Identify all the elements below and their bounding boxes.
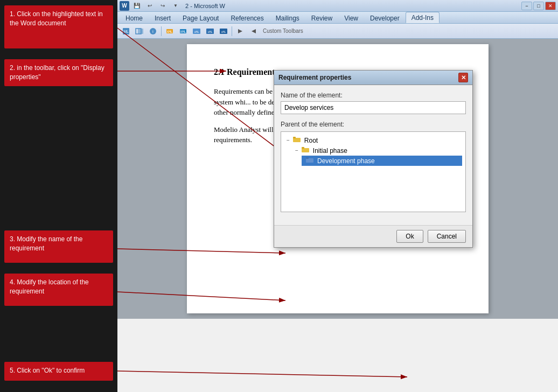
initial-phase-folder-icon: [302, 146, 309, 155]
step5-number: 5.: [10, 367, 15, 374]
requirement-properties-dialog: Requirement properties ✕ Name of the ele…: [274, 70, 473, 248]
step2-text: in the toolbar, click on "Display proper…: [10, 64, 104, 81]
toolbar-btn-8[interactable]: xML: [217, 25, 230, 37]
tab-addins[interactable]: Add-Ins: [406, 12, 440, 23]
svg-text:xML: xML: [207, 30, 212, 33]
toolbar-btn-7[interactable]: xML: [204, 25, 217, 37]
dropdown-button[interactable]: ▼: [170, 1, 181, 11]
toolbar-btn-9[interactable]: [234, 25, 247, 37]
custom-toolbars-label: Custom Toolbars: [263, 28, 303, 34]
redo-button[interactable]: ↪: [157, 1, 168, 11]
svg-rect-24: [306, 157, 309, 159]
name-input[interactable]: [281, 101, 466, 114]
svg-text:XML: XML: [180, 30, 186, 33]
dialog-body: Name of the element: Parent of the eleme…: [274, 85, 472, 225]
step1-text: Click on the highlighted text in the Wor…: [10, 10, 103, 27]
svg-rect-21: [302, 148, 309, 152]
tab-developer[interactable]: Developer: [364, 12, 406, 23]
root-expand-icon: −: [287, 137, 290, 143]
root-folder-icon: [293, 136, 301, 144]
toolbar-btn-10[interactable]: [247, 25, 260, 37]
save-button[interactable]: 💾: [131, 1, 142, 11]
step5-box: 5. Click on "Ok" to confirm: [4, 362, 113, 381]
step4-box: 4. Modify the location of the requiremen…: [4, 274, 113, 306]
tree-development-phase[interactable]: Development phase: [302, 156, 462, 166]
step4-text: Modify the location of the requirement: [10, 278, 89, 295]
root-label: Root: [304, 137, 318, 144]
tab-mailings[interactable]: Mailings: [270, 12, 305, 23]
word-icon: W: [120, 1, 129, 11]
step2-box: 2. in the toolbar, click on "Display pro…: [4, 59, 113, 86]
ribbon-tabs: Home Insert Page Layout References Maili…: [117, 12, 558, 24]
svg-rect-22: [302, 147, 304, 149]
svg-marker-16: [238, 29, 242, 33]
display-properties-btn[interactable]: xML: [190, 25, 203, 37]
tab-insert[interactable]: Insert: [149, 12, 177, 23]
toolbar-btn-4[interactable]: XML: [163, 25, 176, 37]
tree-initial-phase[interactable]: − Initial phase: [293, 145, 462, 156]
step2-number: 2.: [10, 64, 15, 72]
word-application: W 💾 ↩ ↪ ▼ 2 - Microsoft W − □ ✕ Home Ins…: [117, 0, 558, 392]
title-bar: W 💾 ↩ ↪ ▼ 2 - Microsoft W − □ ✕: [117, 0, 558, 12]
dialog-footer: Ok Cancel: [274, 225, 472, 247]
svg-text:XML: XML: [167, 30, 173, 33]
window-controls: − □ ✕: [521, 2, 556, 10]
svg-text:xML: xML: [221, 30, 226, 33]
step5-text: Click on "Ok" to confirm: [17, 367, 85, 374]
svg-text:ML: ML: [123, 30, 129, 33]
dev-phase-folder-icon: [306, 157, 313, 165]
initial-expand-icon: −: [295, 148, 298, 153]
toolbar-btn-1[interactable]: ML: [120, 25, 132, 37]
ok-button[interactable]: Ok: [396, 230, 423, 243]
dialog-close-button[interactable]: ✕: [458, 73, 468, 82]
svg-text:i: i: [152, 29, 154, 34]
svg-rect-20: [293, 137, 296, 138]
maximize-button[interactable]: □: [533, 2, 544, 10]
svg-rect-23: [306, 158, 313, 163]
tab-page-layout[interactable]: Page Layout: [177, 12, 225, 23]
toolbar-btn-2[interactable]: [133, 25, 146, 37]
minimize-button[interactable]: −: [521, 2, 532, 10]
undo-button[interactable]: ↩: [144, 1, 155, 11]
tab-references[interactable]: References: [225, 12, 269, 23]
dialog-titlebar: Requirement properties ✕: [274, 71, 472, 85]
step3-text: Modify the name of the requirement: [10, 235, 82, 252]
svg-marker-17: [252, 29, 256, 33]
close-button[interactable]: ✕: [545, 2, 556, 10]
step4-number: 4.: [10, 278, 15, 286]
tab-review[interactable]: Review: [305, 12, 338, 23]
svg-rect-3: [138, 29, 143, 34]
step1-box: 1. Click on the highlighted text in the …: [4, 5, 113, 48]
toolbar-separator-1: [161, 26, 162, 36]
toolbar-btn-5[interactable]: XML: [177, 25, 190, 37]
step1-label: 1.: [10, 10, 15, 18]
tree-root[interactable]: − Root: [284, 135, 462, 145]
toolbar-separator-2: [232, 26, 232, 36]
tab-home[interactable]: Home: [120, 12, 149, 23]
dialog-title: Requirement properties: [278, 74, 351, 81]
toolbar-btn-3[interactable]: i: [147, 25, 159, 37]
title-text: 2 - Microsoft W: [185, 3, 225, 9]
svg-text:xML: xML: [194, 30, 199, 33]
instruction-panel: 1. Click on the highlighted text in the …: [0, 0, 117, 392]
step3-number: 3.: [10, 235, 15, 243]
cancel-button[interactable]: Cancel: [428, 230, 466, 243]
step3-box: 3. Modify the name of the requirement: [4, 230, 113, 263]
tab-view[interactable]: View: [338, 12, 364, 23]
custom-toolbar: ML i XML XML xML xML xML Custom To: [117, 24, 558, 39]
element-tree: − Root − Initial phase: [281, 131, 466, 212]
name-label: Name of the element:: [281, 92, 466, 99]
development-phase-label: Development phase: [317, 157, 375, 165]
parent-label: Parent of the element:: [281, 121, 466, 128]
initial-phase-label: Initial phase: [313, 147, 347, 155]
